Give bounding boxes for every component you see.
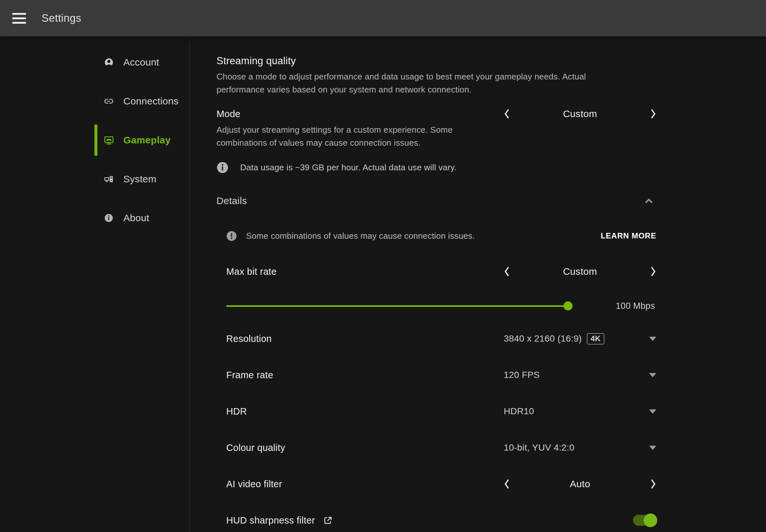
max-bit-rate-row: Max bit rate Custom — [226, 262, 656, 281]
settings-window: Settings Account — [0, 0, 766, 532]
chevron-right-icon — [651, 266, 656, 277]
chevron-right-icon — [651, 478, 656, 490]
colour-quality-value: 10-bit, YUV 4:2:0 — [504, 442, 575, 453]
caret-down-icon — [649, 337, 656, 341]
sidebar-item-gameplay[interactable]: Gameplay — [0, 121, 189, 160]
hud-sharpness-filter-label: HUD sharpness filter — [226, 515, 315, 526]
hdr-label: HDR — [226, 406, 247, 417]
chevron-left-icon — [504, 108, 510, 119]
learn-more-button[interactable]: LEARN MORE — [601, 231, 656, 240]
mode-stepper: Custom — [504, 108, 656, 119]
ai-video-filter-label: AI video filter — [226, 479, 282, 490]
details-header: Details — [216, 194, 656, 208]
page-title: Settings — [42, 12, 81, 24]
hud-sharpness-toggle-control — [504, 515, 656, 526]
resolution-value: 3840 x 2160 (16:9) — [504, 333, 582, 344]
caret-down-icon — [649, 409, 656, 414]
info-icon — [103, 213, 114, 223]
ai-video-filter-next-button[interactable] — [651, 478, 656, 490]
mode-label: Mode — [216, 109, 240, 119]
max-bit-rate-stepper: Custom — [504, 266, 656, 277]
mode-next-button[interactable] — [651, 108, 656, 119]
link-icon — [103, 96, 114, 106]
frame-rate-value: 120 FPS — [504, 370, 540, 380]
sidebar-item-label: System — [123, 174, 156, 185]
sidebar-item-label: Gameplay — [123, 135, 171, 146]
colour-quality-label: Colour quality — [226, 442, 285, 453]
hdr-value: HDR10 — [504, 406, 534, 417]
sidebar-item-label: About — [123, 212, 149, 224]
ai-video-filter-row: AI video filter Auto — [226, 475, 656, 493]
caret-down-icon — [649, 373, 656, 377]
chevron-left-icon — [504, 478, 510, 490]
hamburger-menu-button[interactable] — [12, 13, 26, 24]
resolution-label: Resolution — [226, 333, 272, 344]
system-icon — [103, 174, 114, 184]
hdr-row: HDR HDR10 — [226, 402, 656, 420]
data-usage-text: Data usage is ~39 GB per hour. Actual da… — [240, 163, 456, 173]
details-body: Some combinations of values may cause co… — [226, 229, 656, 529]
resolution-4k-badge: 4K — [587, 333, 604, 345]
mode-value: Custom — [563, 108, 597, 119]
max-bit-rate-previous-button[interactable] — [504, 266, 510, 277]
ai-video-filter-value: Auto — [570, 478, 590, 490]
max-bit-rate-slider[interactable] — [226, 301, 568, 310]
gameplay-icon — [103, 135, 114, 146]
sidebar-item-label: Connections — [123, 96, 178, 107]
max-bit-rate-slider-row: 100 Mbps — [226, 297, 656, 315]
sidebar: Account Connections — [0, 36, 190, 532]
sidebar-item-system[interactable]: System — [0, 160, 189, 199]
toggle-knob — [644, 514, 657, 527]
slider-track — [226, 305, 568, 307]
hamburger-icon — [12, 13, 26, 24]
hud-sharpness-filter-row: HUD sharpness filter — [226, 511, 656, 529]
ai-video-filter-previous-button[interactable] — [504, 478, 510, 490]
topbar: Settings — [0, 0, 766, 36]
external-link-icon — [323, 515, 333, 525]
ai-video-filter-stepper: Auto — [504, 478, 656, 490]
info-icon — [216, 162, 228, 174]
resolution-row: Resolution 3840 x 2160 (16:9) 4K — [226, 330, 656, 348]
data-usage-info-row: Data usage is ~39 GB per hour. Actual da… — [216, 154, 656, 174]
hud-sharpness-external-link-button[interactable] — [323, 515, 333, 525]
mode-previous-button[interactable] — [504, 108, 510, 119]
max-bit-rate-value: Custom — [563, 266, 597, 277]
colour-quality-row: Colour quality 10-bit, YUV 4:2:0 — [226, 439, 656, 457]
chevron-right-icon — [651, 108, 656, 119]
settings-content: Streaming quality Choose a mode to adjus… — [190, 36, 657, 532]
warning-text: Some combinations of values may cause co… — [246, 231, 475, 241]
hdr-dropdown[interactable]: HDR10 — [504, 406, 656, 417]
details-heading: Details — [216, 195, 247, 206]
max-bit-rate-next-button[interactable] — [651, 266, 656, 277]
frame-rate-dropdown[interactable]: 120 FPS — [504, 370, 656, 380]
mode-row: Mode Custom — [216, 108, 656, 119]
hud-sharpness-toggle[interactable] — [633, 515, 656, 526]
slider-thumb[interactable] — [564, 301, 573, 310]
streaming-quality-heading: Streaming quality — [216, 55, 656, 67]
details-collapse-button[interactable] — [504, 198, 656, 204]
active-indicator — [94, 125, 97, 156]
sidebar-item-connections[interactable]: Connections — [0, 82, 189, 121]
chevron-up-icon — [645, 198, 653, 204]
max-bit-rate-label: Max bit rate — [226, 266, 276, 277]
streaming-quality-description: Choose a mode to adjust performance and … — [216, 70, 632, 96]
max-bit-rate-slider-value: 100 Mbps — [616, 301, 656, 311]
colour-quality-dropdown[interactable]: 10-bit, YUV 4:2:0 — [504, 442, 656, 453]
caret-down-icon — [649, 446, 656, 450]
frame-rate-row: Frame rate 120 FPS — [226, 366, 656, 384]
sidebar-item-label: Account — [123, 57, 159, 68]
account-icon — [103, 57, 114, 67]
mode-description: Adjust your streaming settings for a cus… — [216, 123, 489, 149]
warning-icon — [226, 231, 237, 241]
chevron-left-icon — [504, 266, 510, 277]
sidebar-item-account[interactable]: Account — [0, 43, 189, 82]
resolution-dropdown[interactable]: 3840 x 2160 (16:9) 4K — [504, 333, 656, 345]
sidebar-item-about[interactable]: About — [0, 199, 189, 237]
frame-rate-label: Frame rate — [226, 370, 273, 381]
warning-row: Some combinations of values may cause co… — [226, 229, 656, 242]
